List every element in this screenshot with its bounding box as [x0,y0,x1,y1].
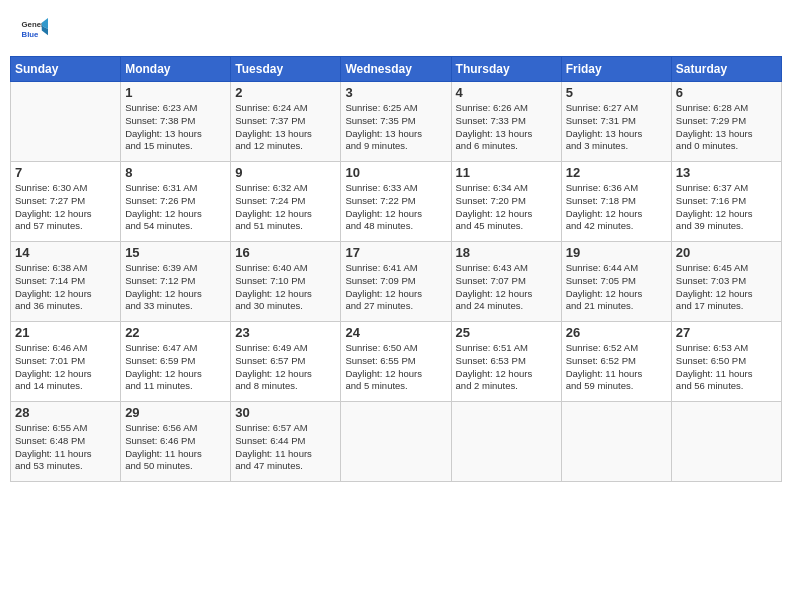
day-header-monday: Monday [121,57,231,82]
calendar-cell: 21Sunrise: 6:46 AMSunset: 7:01 PMDayligh… [11,322,121,402]
day-info: Sunrise: 6:37 AMSunset: 7:16 PMDaylight:… [676,182,777,233]
day-info: Sunrise: 6:56 AMSunset: 6:46 PMDaylight:… [125,422,226,473]
day-number: 17 [345,245,446,260]
day-number: 22 [125,325,226,340]
calendar-cell: 7Sunrise: 6:30 AMSunset: 7:27 PMDaylight… [11,162,121,242]
logo-icon: General Blue [20,15,48,43]
calendar-cell [341,402,451,482]
day-info: Sunrise: 6:53 AMSunset: 6:50 PMDaylight:… [676,342,777,393]
day-info: Sunrise: 6:39 AMSunset: 7:12 PMDaylight:… [125,262,226,313]
calendar-table: SundayMondayTuesdayWednesdayThursdayFrid… [10,56,782,482]
day-info: Sunrise: 6:51 AMSunset: 6:53 PMDaylight:… [456,342,557,393]
day-info: Sunrise: 6:23 AMSunset: 7:38 PMDaylight:… [125,102,226,153]
calendar-cell: 22Sunrise: 6:47 AMSunset: 6:59 PMDayligh… [121,322,231,402]
day-info: Sunrise: 6:40 AMSunset: 7:10 PMDaylight:… [235,262,336,313]
day-header-saturday: Saturday [671,57,781,82]
svg-text:Blue: Blue [22,30,40,39]
day-info: Sunrise: 6:32 AMSunset: 7:24 PMDaylight:… [235,182,336,233]
day-number: 1 [125,85,226,100]
calendar-cell: 12Sunrise: 6:36 AMSunset: 7:18 PMDayligh… [561,162,671,242]
calendar-week-4: 21Sunrise: 6:46 AMSunset: 7:01 PMDayligh… [11,322,782,402]
calendar-cell: 29Sunrise: 6:56 AMSunset: 6:46 PMDayligh… [121,402,231,482]
logo: General Blue [20,15,50,43]
calendar-cell: 2Sunrise: 6:24 AMSunset: 7:37 PMDaylight… [231,82,341,162]
calendar-cell: 23Sunrise: 6:49 AMSunset: 6:57 PMDayligh… [231,322,341,402]
day-number: 3 [345,85,446,100]
day-info: Sunrise: 6:24 AMSunset: 7:37 PMDaylight:… [235,102,336,153]
calendar-cell: 3Sunrise: 6:25 AMSunset: 7:35 PMDaylight… [341,82,451,162]
day-number: 28 [15,405,116,420]
day-number: 8 [125,165,226,180]
day-number: 18 [456,245,557,260]
calendar-cell: 4Sunrise: 6:26 AMSunset: 7:33 PMDaylight… [451,82,561,162]
day-number: 13 [676,165,777,180]
day-number: 4 [456,85,557,100]
calendar-week-5: 28Sunrise: 6:55 AMSunset: 6:48 PMDayligh… [11,402,782,482]
day-info: Sunrise: 6:41 AMSunset: 7:09 PMDaylight:… [345,262,446,313]
calendar-cell: 19Sunrise: 6:44 AMSunset: 7:05 PMDayligh… [561,242,671,322]
day-info: Sunrise: 6:27 AMSunset: 7:31 PMDaylight:… [566,102,667,153]
day-number: 30 [235,405,336,420]
day-number: 16 [235,245,336,260]
day-info: Sunrise: 6:49 AMSunset: 6:57 PMDaylight:… [235,342,336,393]
calendar-cell: 10Sunrise: 6:33 AMSunset: 7:22 PMDayligh… [341,162,451,242]
calendar-cell: 9Sunrise: 6:32 AMSunset: 7:24 PMDaylight… [231,162,341,242]
calendar-cell: 28Sunrise: 6:55 AMSunset: 6:48 PMDayligh… [11,402,121,482]
calendar-cell: 13Sunrise: 6:37 AMSunset: 7:16 PMDayligh… [671,162,781,242]
day-info: Sunrise: 6:55 AMSunset: 6:48 PMDaylight:… [15,422,116,473]
calendar-cell: 15Sunrise: 6:39 AMSunset: 7:12 PMDayligh… [121,242,231,322]
day-number: 5 [566,85,667,100]
day-number: 27 [676,325,777,340]
day-number: 14 [15,245,116,260]
day-number: 29 [125,405,226,420]
day-number: 23 [235,325,336,340]
day-number: 9 [235,165,336,180]
calendar-week-3: 14Sunrise: 6:38 AMSunset: 7:14 PMDayligh… [11,242,782,322]
day-number: 19 [566,245,667,260]
day-info: Sunrise: 6:45 AMSunset: 7:03 PMDaylight:… [676,262,777,313]
calendar-cell: 18Sunrise: 6:43 AMSunset: 7:07 PMDayligh… [451,242,561,322]
day-number: 11 [456,165,557,180]
day-number: 26 [566,325,667,340]
calendar-cell: 27Sunrise: 6:53 AMSunset: 6:50 PMDayligh… [671,322,781,402]
calendar-cell: 1Sunrise: 6:23 AMSunset: 7:38 PMDaylight… [121,82,231,162]
day-info: Sunrise: 6:33 AMSunset: 7:22 PMDaylight:… [345,182,446,233]
calendar-cell: 5Sunrise: 6:27 AMSunset: 7:31 PMDaylight… [561,82,671,162]
calendar-cell: 6Sunrise: 6:28 AMSunset: 7:29 PMDaylight… [671,82,781,162]
day-number: 24 [345,325,446,340]
day-info: Sunrise: 6:38 AMSunset: 7:14 PMDaylight:… [15,262,116,313]
day-number: 21 [15,325,116,340]
day-number: 7 [15,165,116,180]
day-number: 2 [235,85,336,100]
calendar-cell [561,402,671,482]
calendar-cell [671,402,781,482]
calendar-cell: 14Sunrise: 6:38 AMSunset: 7:14 PMDayligh… [11,242,121,322]
page-header: General Blue [10,10,782,48]
day-info: Sunrise: 6:46 AMSunset: 7:01 PMDaylight:… [15,342,116,393]
calendar-cell: 30Sunrise: 6:57 AMSunset: 6:44 PMDayligh… [231,402,341,482]
day-number: 25 [456,325,557,340]
calendar-cell: 11Sunrise: 6:34 AMSunset: 7:20 PMDayligh… [451,162,561,242]
day-info: Sunrise: 6:50 AMSunset: 6:55 PMDaylight:… [345,342,446,393]
day-info: Sunrise: 6:31 AMSunset: 7:26 PMDaylight:… [125,182,226,233]
day-info: Sunrise: 6:36 AMSunset: 7:18 PMDaylight:… [566,182,667,233]
calendar-cell: 20Sunrise: 6:45 AMSunset: 7:03 PMDayligh… [671,242,781,322]
calendar-week-1: 1Sunrise: 6:23 AMSunset: 7:38 PMDaylight… [11,82,782,162]
calendar-cell: 24Sunrise: 6:50 AMSunset: 6:55 PMDayligh… [341,322,451,402]
day-number: 15 [125,245,226,260]
day-info: Sunrise: 6:26 AMSunset: 7:33 PMDaylight:… [456,102,557,153]
day-header-wednesday: Wednesday [341,57,451,82]
day-info: Sunrise: 6:25 AMSunset: 7:35 PMDaylight:… [345,102,446,153]
day-header-friday: Friday [561,57,671,82]
calendar-cell: 16Sunrise: 6:40 AMSunset: 7:10 PMDayligh… [231,242,341,322]
calendar-cell [451,402,561,482]
day-info: Sunrise: 6:34 AMSunset: 7:20 PMDaylight:… [456,182,557,233]
calendar-cell: 8Sunrise: 6:31 AMSunset: 7:26 PMDaylight… [121,162,231,242]
day-info: Sunrise: 6:28 AMSunset: 7:29 PMDaylight:… [676,102,777,153]
day-number: 12 [566,165,667,180]
day-header-tuesday: Tuesday [231,57,341,82]
day-info: Sunrise: 6:44 AMSunset: 7:05 PMDaylight:… [566,262,667,313]
day-info: Sunrise: 6:30 AMSunset: 7:27 PMDaylight:… [15,182,116,233]
calendar-cell: 25Sunrise: 6:51 AMSunset: 6:53 PMDayligh… [451,322,561,402]
calendar-week-2: 7Sunrise: 6:30 AMSunset: 7:27 PMDaylight… [11,162,782,242]
